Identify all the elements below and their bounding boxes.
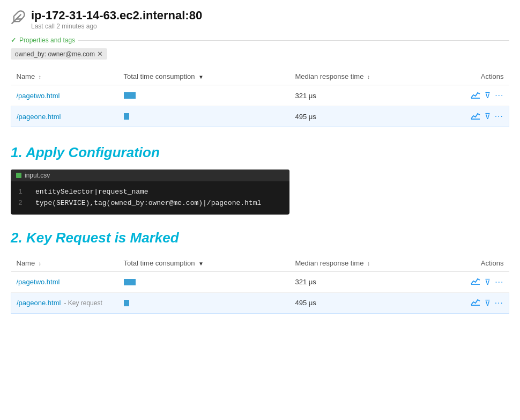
more-action-button[interactable]: ··· <box>495 277 503 287</box>
col-median-1[interactable]: Median response time ↕ <box>290 68 397 85</box>
cell-actions: ⊽ ··· <box>397 85 509 106</box>
more-action-button[interactable]: ··· <box>495 112 503 121</box>
filter-action-icon[interactable]: ⊽ <box>485 277 491 287</box>
properties-toggle[interactable]: ✓ Properties and tags <box>11 36 509 44</box>
cell-median: 321 μs <box>290 271 397 292</box>
line-content: entitySelector|request_name <box>35 187 148 198</box>
table-row: /pagetwo.html321 μs ⊽ ··· <box>11 271 509 292</box>
table-row: /pageone.html495 μs ⊽ ··· <box>11 106 509 127</box>
chart-action-icon[interactable] <box>471 298 480 307</box>
filter-action-icon[interactable]: ⊽ <box>485 298 491 308</box>
chart-action-icon[interactable] <box>471 277 480 286</box>
code-line: 1entitySelector|request_name <box>18 187 282 198</box>
page-link[interactable]: /pageone.html <box>17 113 61 121</box>
code-block: input.csv 1entitySelector|request_name2t… <box>11 170 289 215</box>
name-sort-icon: ↕ <box>39 74 41 80</box>
cell-median: 495 μs <box>290 106 397 127</box>
filter-action-icon[interactable]: ⊽ <box>485 91 491 100</box>
cell-bar <box>118 292 290 313</box>
chart-action-icon[interactable] <box>471 112 480 121</box>
cell-median: 495 μs <box>290 292 397 313</box>
more-action-button[interactable]: ··· <box>495 91 503 100</box>
cell-name: /pageone.html- Key request <box>11 292 118 313</box>
cell-bar <box>118 271 290 292</box>
median2-sort-icon: ↕ <box>367 261 370 267</box>
cell-bar <box>118 85 290 106</box>
data-table-2: Name ↕ Total time consumption ▼ Median r… <box>11 255 509 314</box>
col2-median[interactable]: Median response time ↕ <box>290 255 397 272</box>
cell-median: 321 μs <box>290 85 397 106</box>
chart-action-icon[interactable] <box>471 91 480 100</box>
col-actions-1: Actions <box>397 68 509 85</box>
code-body: 1entitySelector|request_name2type(SERVIC… <box>11 181 289 215</box>
table1-body: /pagetwo.html321 μs ⊽ ··· /pageone.html4… <box>11 85 509 127</box>
table-row: /pagetwo.html321 μs ⊽ ··· <box>11 85 509 106</box>
col2-actions: Actions <box>397 255 509 272</box>
server-title: ip-172-31-14-63.ec2.internal:80 <box>31 9 202 23</box>
more-action-button[interactable]: ··· <box>495 298 503 308</box>
line-number: 1 <box>18 187 27 198</box>
file-icon <box>16 173 21 178</box>
table-row: /pageone.html- Key request495 μs ⊽ ··· <box>11 292 509 313</box>
col-time-1[interactable]: Total time consumption ▼ <box>118 68 290 85</box>
page-link[interactable]: /pageone.html <box>17 299 61 307</box>
tag-badge: owned_by: owner@me.com ✕ <box>11 48 107 60</box>
code-header: input.csv <box>11 170 289 181</box>
properties-label: Properties and tags <box>19 36 75 44</box>
section2-heading: 2. Key Request is Marked <box>11 230 509 246</box>
page-link[interactable]: /pagetwo.html <box>17 92 60 100</box>
cell-bar <box>118 106 290 127</box>
code-line: 2type(SERVICE),tag(owned_by:owner@me.com… <box>18 198 282 209</box>
cell-actions: ⊽ ··· <box>397 106 509 127</box>
cell-name: /pagetwo.html <box>11 271 118 292</box>
table-header-row: Name ↕ Total time consumption ▼ Median r… <box>11 68 509 85</box>
col2-time[interactable]: Total time consumption ▼ <box>118 255 290 272</box>
time-sort-icon: ▼ <box>198 74 204 80</box>
cell-name: /pageone.html <box>11 106 118 127</box>
line-content: type(SERVICE),tag(owned_by:owner@me.com)… <box>35 198 261 209</box>
server-last-call: Last call 2 minutes ago <box>31 23 202 30</box>
filter-action-icon[interactable]: ⊽ <box>485 112 491 121</box>
tag-text: owned_by: owner@me.com <box>15 50 95 58</box>
line-number: 2 <box>18 198 27 209</box>
server-icon <box>11 10 26 26</box>
cell-name: /pagetwo.html <box>11 85 118 106</box>
time2-sort-icon: ▼ <box>198 261 204 267</box>
page-link[interactable]: /pagetwo.html <box>17 278 60 286</box>
table-section-1: Name ↕ Total time consumption ▼ Median r… <box>11 68 509 127</box>
cell-actions: ⊽ ··· <box>397 292 509 313</box>
key-request-label: - Key request <box>64 299 102 307</box>
properties-divider <box>78 40 509 41</box>
median-sort-icon: ↕ <box>367 74 370 80</box>
col2-name[interactable]: Name ↕ <box>11 255 118 272</box>
col-name-1[interactable]: Name ↕ <box>11 68 118 85</box>
data-table-1: Name ↕ Total time consumption ▼ Median r… <box>11 68 509 127</box>
table2-body: /pagetwo.html321 μs ⊽ ··· /pageone.html-… <box>11 271 509 313</box>
server-header: ip-172-31-14-63.ec2.internal:80 Last cal… <box>11 9 509 30</box>
tag-remove-button[interactable]: ✕ <box>97 50 103 58</box>
check-icon: ✓ <box>11 36 16 44</box>
properties-section: ✓ Properties and tags owned_by: owner@me… <box>11 36 509 60</box>
table2-header-row: Name ↕ Total time consumption ▼ Median r… <box>11 255 509 272</box>
section1-heading: 1. Apply Configuration <box>11 144 509 161</box>
name2-sort-icon: ↕ <box>39 261 41 267</box>
code-filename: input.csv <box>25 172 50 179</box>
table-section-2: Name ↕ Total time consumption ▼ Median r… <box>11 255 509 314</box>
cell-actions: ⊽ ··· <box>397 271 509 292</box>
